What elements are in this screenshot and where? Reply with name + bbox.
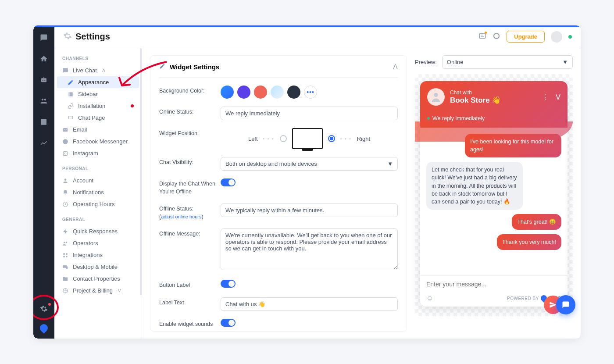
label: Chat Page <box>78 114 105 121</box>
chevron-up-icon: ᐱ <box>102 68 105 73</box>
display-offline-label: Display the Chat When You're Offline <box>159 178 221 196</box>
gear-icon <box>63 32 72 42</box>
svg-rect-19 <box>63 253 65 255</box>
label: Operating Hours <box>73 201 114 207</box>
rail-home-icon[interactable] <box>39 54 49 64</box>
label: Project & Billing <box>73 287 113 294</box>
svg-rect-11 <box>63 128 68 131</box>
emoji-icon[interactable]: ☺ <box>426 294 433 302</box>
sidebar-item-operators[interactable]: Operators <box>54 237 142 249</box>
rail-contacts-icon[interactable] <box>39 96 49 106</box>
online-status-label: Online Status: <box>159 107 221 116</box>
color-swatch-light[interactable] <box>271 86 284 99</box>
chat-input[interactable] <box>426 281 561 288</box>
news-icon[interactable] <box>478 32 486 42</box>
menu-icon[interactable]: ⋮ <box>542 93 549 101</box>
position-right-radio[interactable] <box>328 135 335 142</box>
laptop-icon <box>68 115 74 121</box>
sidebar-item-email[interactable]: Email <box>54 124 142 136</box>
message-out: That's great! 😄 <box>512 214 561 230</box>
offline-message-label: Offline Message: <box>159 228 221 238</box>
sidebar-item-live-chat[interactable]: Live Chatᐱ <box>54 64 142 76</box>
rail-bot-icon[interactable] <box>39 75 49 85</box>
preview-column: Preview: Online▼ Chat with Book Store 👋 <box>415 55 573 332</box>
upgrade-button[interactable]: Upgrade <box>507 31 545 43</box>
sidebar-item-desktop-mobile[interactable]: Desktop & Mobile <box>54 261 142 273</box>
sidebar-item-integrations[interactable]: Integrations <box>54 249 142 261</box>
chat-subtitle: Chat with <box>450 89 501 96</box>
offline-status-input[interactable] <box>221 203 398 217</box>
avatar[interactable] <box>551 31 562 43</box>
chevron-down-icon[interactable]: ᐯ <box>556 93 560 101</box>
notification-badge <box>131 104 134 107</box>
rail-settings-icon[interactable] <box>39 303 49 314</box>
select-value: Online <box>447 59 464 65</box>
label: Appearance <box>78 79 109 86</box>
rail-chat-icon[interactable] <box>39 32 49 43</box>
button-label-label: Button Label <box>159 280 221 289</box>
group-personal: PERSONAL <box>54 164 142 175</box>
monitor-icon <box>292 128 323 149</box>
widget-settings-panel: Widget Settings ᐱ Background Color: ••• <box>150 55 407 332</box>
collapse-icon[interactable]: ᐱ <box>393 63 398 71</box>
main-column: Settings Upgrade CHANNELS Live Chatᐱ App… <box>54 25 581 339</box>
sidebar-item-hours[interactable]: Operating Hours <box>54 198 142 210</box>
sidebar-item-notifications[interactable]: Notifications <box>54 186 142 198</box>
svg-rect-21 <box>63 256 65 257</box>
offline-message-textarea[interactable] <box>221 228 398 270</box>
svg-rect-10 <box>68 116 72 118</box>
color-swatch-blue[interactable] <box>221 86 234 99</box>
color-swatch-more[interactable]: ••• <box>304 86 317 99</box>
adjust-hours-link[interactable]: adjust online hours <box>161 214 201 219</box>
instagram-icon <box>62 150 68 157</box>
svg-point-17 <box>64 241 65 243</box>
rail-analytics-icon[interactable] <box>39 138 49 148</box>
people-icon <box>62 240 68 246</box>
label: Live Chat <box>73 67 97 74</box>
pencil-icon <box>68 79 74 86</box>
position-right-label: Right <box>357 136 370 142</box>
rail-tidio-icon[interactable] <box>39 323 49 333</box>
chat-header: Chat with Book Store 👋 ⋮ ᐯ We reply imme… <box>420 81 568 128</box>
position-picker: Left • • • • • • Right <box>221 128 398 149</box>
enable-sounds-toggle[interactable] <box>221 319 236 327</box>
color-swatches: ••• <box>221 86 398 99</box>
presence-indicator <box>568 35 572 39</box>
chat-launcher[interactable] <box>556 295 575 314</box>
globe-icon <box>62 288 68 294</box>
chat-icon <box>62 68 68 74</box>
pencil-icon <box>159 63 165 71</box>
svg-point-2 <box>44 80 45 81</box>
sidebar-item-facebook[interactable]: Facebook Messenger <box>54 136 142 147</box>
svg-point-12 <box>63 139 68 144</box>
sidebar-item-chat-page[interactable]: Chat Page <box>54 112 142 124</box>
sidebar-item-sidebar[interactable]: Sidebar <box>54 88 142 100</box>
color-swatch-purple[interactable] <box>237 86 250 99</box>
svg-rect-9 <box>68 92 70 96</box>
preview-status-select[interactable]: Online▼ <box>442 55 573 69</box>
sidebar-item-quick-responses[interactable]: Quick Responses <box>54 225 142 237</box>
offline-status-label: Offline Status:(adjust online hours) <box>159 203 221 221</box>
sidebar-item-appearance[interactable]: Appearance <box>57 76 139 88</box>
label: Facebook Messenger <box>73 138 128 145</box>
color-swatch-dark[interactable] <box>287 86 300 99</box>
position-left-radio[interactable] <box>280 135 287 142</box>
button-label-toggle[interactable] <box>221 280 236 288</box>
label: Sidebar <box>78 91 98 97</box>
sidebar-item-billing[interactable]: Project & Billingᐯ <box>54 285 142 296</box>
label: Quick Responses <box>73 228 118 235</box>
online-status-input[interactable] <box>221 107 398 120</box>
sidebar-item-contact-props[interactable]: Contact Properties <box>54 273 142 285</box>
mail-icon <box>62 127 68 133</box>
visibility-select[interactable]: Both on desktop and mobile devices▼ <box>221 157 398 171</box>
usage-icon[interactable] <box>493 32 500 42</box>
sidebar-item-instagram[interactable]: Instagram <box>54 147 142 159</box>
svg-point-4 <box>42 99 44 101</box>
display-offline-toggle[interactable] <box>221 178 236 186</box>
sidebar-item-installation[interactable]: Installation <box>54 100 142 112</box>
rail-book-icon[interactable] <box>39 117 49 127</box>
color-swatch-coral[interactable] <box>254 86 267 99</box>
sidebar-item-account[interactable]: Account <box>54 175 142 186</box>
message-in: Let me check that for you real quick! We… <box>426 162 523 210</box>
label-text-input[interactable] <box>221 297 398 311</box>
